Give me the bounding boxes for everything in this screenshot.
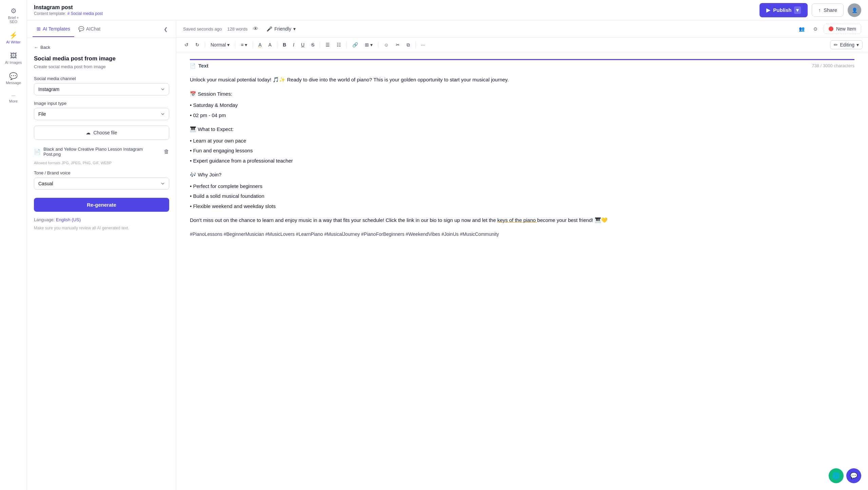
subtitle-label: Content template: <box>34 11 66 16</box>
content-template-link[interactable]: # Social media post <box>67 11 103 16</box>
channel-form-group: Social media channel Instagram Facebook … <box>34 76 169 95</box>
back-arrow-icon: ← <box>34 45 38 50</box>
list-item: • Learn at your own pace <box>190 136 854 145</box>
list-item: • Build a solid musical foundation <box>190 192 854 201</box>
view-toggle-button[interactable]: 👁 <box>253 26 258 32</box>
tab-ai-templates[interactable]: ⊞ AI Templates <box>33 21 74 37</box>
bold-button[interactable]: B <box>280 41 289 49</box>
chat-secondary-button[interactable]: 🌐 <box>829 468 844 483</box>
user-avatar[interactable]: 👤 <box>848 3 861 17</box>
copy-button[interactable]: ⧉ <box>404 41 413 49</box>
style-chevron-icon: ▾ <box>227 42 230 48</box>
more-icon: ··· <box>12 93 16 98</box>
sidebar-item-brief-seo[interactable]: ⚙ Brief + SEO <box>2 4 25 27</box>
expect-heading: 🎹 What to Expect: <box>190 125 854 134</box>
disclaimer-text: Make sure you manually review all AI gen… <box>34 225 169 231</box>
upload-cloud-icon: ☁ <box>86 130 91 135</box>
undo-button[interactable]: ↺ <box>182 41 191 49</box>
hashtags-text: #PianoLessons #BeginnerMusician #MusicLo… <box>190 230 854 239</box>
session-heading: 📅 Session Times: <box>190 90 854 98</box>
list-item: • Perfect for complete beginners <box>190 182 854 191</box>
highlight-button[interactable]: A <box>256 41 264 49</box>
bullet-list-button[interactable]: ☰ <box>323 41 333 49</box>
italic-button[interactable]: I <box>290 41 297 49</box>
channel-select[interactable]: Instagram Facebook Twitter LinkedIn <box>34 83 169 95</box>
redo-button[interactable]: ↻ <box>193 41 202 49</box>
share-button[interactable]: ↑ Share <box>812 3 844 17</box>
cta-paragraph: Don't miss out on the chance to learn an… <box>190 216 854 225</box>
toolbar-separator-5 <box>320 41 320 48</box>
list-item: • Expert guidance from a professional te… <box>190 156 854 165</box>
toolbar-separator-7 <box>378 41 378 48</box>
number-list-button[interactable]: ☷ <box>334 41 344 49</box>
regenerate-button[interactable]: Re-generate <box>34 198 169 212</box>
cut-button[interactable]: ✂ <box>393 41 402 49</box>
text-style-dropdown[interactable]: Normal ▾ <box>208 41 232 49</box>
underline-button[interactable]: U <box>298 41 307 49</box>
user-group-icon-button[interactable]: 👥 <box>796 25 807 33</box>
text-block-icon: 📄 <box>190 63 196 69</box>
main-area: Instagram post Content template: # Socia… <box>27 0 868 490</box>
list-item: • Flexible weekend and weekday slots <box>190 202 854 211</box>
toolbar-separator-3 <box>253 41 253 48</box>
sidebar-item-label: AI Writer <box>6 40 21 44</box>
word-count: 128 words <box>227 26 248 32</box>
message-icon: 💬 <box>9 73 18 79</box>
emoji-button[interactable]: ☺ <box>381 41 391 49</box>
intro-paragraph: Unlock your musical potential today! 🎵✨ … <box>190 75 854 84</box>
back-button[interactable]: ← Back <box>34 45 169 50</box>
language-value: English (US) <box>56 217 81 222</box>
choose-file-label: Choose file <box>93 130 117 135</box>
table-button[interactable]: ⊞ ▾ <box>362 41 375 49</box>
image-input-label: Image input type <box>34 101 169 106</box>
cta-link[interactable]: keys of the piano <box>497 217 537 223</box>
ai-writer-icon: ⚡ <box>9 32 18 39</box>
toolbar-separator-4 <box>277 41 277 48</box>
sidebar-item-ai-writer[interactable]: ⚡ AI Writer <box>2 29 25 48</box>
chat-open-button[interactable]: 💬 <box>846 468 861 483</box>
text-block-label: Text <box>198 63 209 69</box>
new-item-button[interactable]: New Item <box>824 24 861 34</box>
tab-ai-chat[interactable]: 💬 AIChat <box>74 21 105 37</box>
strikethrough-button[interactable]: S <box>309 41 317 49</box>
language-link[interactable]: English (US) <box>56 217 81 222</box>
publish-button[interactable]: ▶ Publish ▾ <box>760 3 808 17</box>
sidebar-item-more[interactable]: ··· More <box>2 90 25 107</box>
text-color-button[interactable]: A <box>266 41 274 49</box>
sidebar-item-message[interactable]: 💬 Message <box>2 69 25 88</box>
header-left: Instagram post Content template: # Socia… <box>34 4 103 16</box>
toolbar-separator-8 <box>415 41 416 48</box>
delete-file-button[interactable]: 🗑 <box>164 149 169 155</box>
tone-selector[interactable]: 🎤 Friendly ▾ <box>264 25 298 33</box>
template-description: Create social media post from image <box>34 64 169 69</box>
tone-select[interactable]: Casual Formal Friendly Professional <box>34 177 169 190</box>
file-name-text: Black and Yellow Creative Piano Lesson I… <box>43 147 161 157</box>
template-title: Social media post from image <box>34 55 169 62</box>
pencil-icon: ✏ <box>834 42 838 48</box>
ai-chat-icon: 💬 <box>78 26 84 32</box>
image-input-select[interactable]: File URL <box>34 108 169 120</box>
settings-circle-icon-button[interactable]: ⊙ <box>811 25 820 33</box>
tabs-bar: ⊞ AI Templates 💬 AIChat ❮ <box>27 20 176 38</box>
microphone-icon: 🎤 <box>267 26 272 32</box>
top-header: Instagram post Content template: # Socia… <box>27 0 868 20</box>
file-doc-icon: 📄 <box>34 149 41 155</box>
char-count: 738 / 3000 characters <box>812 63 854 68</box>
sidebar-item-label: Brief + SEO <box>4 16 23 24</box>
sidebar-item-label: AI Images <box>5 60 22 64</box>
align-button[interactable]: ≡ ▾ <box>238 41 250 49</box>
sidebar-item-ai-images[interactable]: 🖼 AI Images <box>2 49 25 68</box>
style-label: Normal <box>211 42 226 48</box>
brief-seo-icon: ⚙ <box>11 7 17 14</box>
choose-file-button[interactable]: ☁ Choose file <box>34 126 169 140</box>
more-options-button[interactable]: ··· <box>418 41 428 49</box>
share-label: Share <box>824 7 837 13</box>
toolbar-right: ✏ Editing ▾ <box>830 40 863 49</box>
editor-content[interactable]: 📄 Text 738 / 3000 characters Unlock your… <box>176 52 868 490</box>
list-item: • 02 pm - 04 pm <box>190 111 854 120</box>
editor-body-text[interactable]: Unlock your musical potential today! 🎵✨ … <box>190 75 854 239</box>
publish-icon: ▶ <box>766 7 770 13</box>
link-button[interactable]: 🔗 <box>350 41 361 49</box>
editing-mode-button[interactable]: ✏ Editing ▾ <box>830 40 863 49</box>
collapse-panel-button[interactable]: ❮ <box>161 24 171 35</box>
